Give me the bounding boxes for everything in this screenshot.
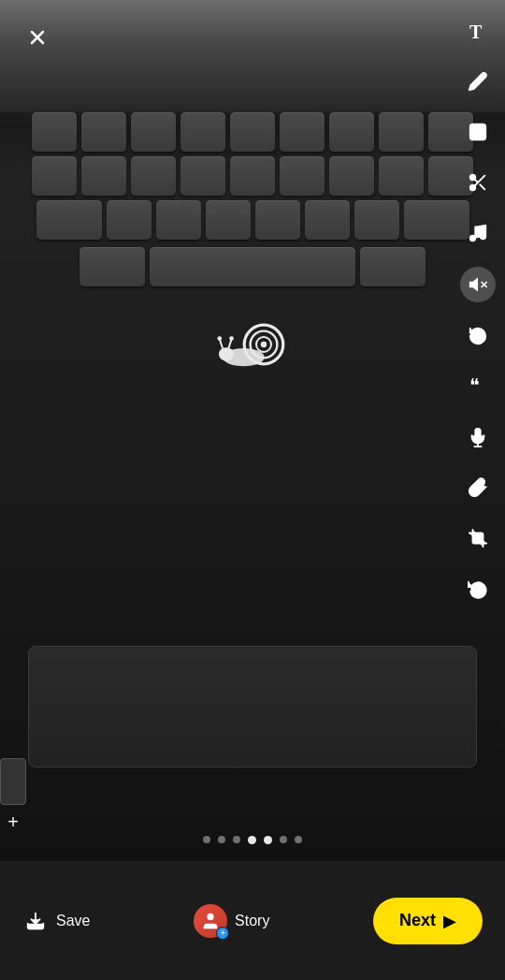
next-label: Next	[399, 911, 436, 930]
save-label: Save	[56, 913, 90, 929]
trackpad	[28, 646, 477, 768]
key	[206, 200, 251, 240]
svg-text:❝: ❝	[469, 376, 480, 396]
mute-tool-button[interactable]	[460, 267, 496, 302]
svg-point-8	[217, 336, 222, 341]
svg-point-9	[229, 336, 234, 341]
close-button[interactable]	[19, 19, 56, 56]
key	[180, 156, 225, 196]
music-tool-button[interactable]	[461, 216, 495, 250]
rewind-tool-button[interactable]	[461, 572, 495, 606]
key	[107, 200, 152, 240]
media-thumbnail[interactable]	[0, 758, 26, 805]
key	[81, 156, 126, 196]
photo-area	[0, 0, 505, 861]
save-button[interactable]: Save	[22, 908, 90, 934]
key	[354, 200, 399, 240]
dot-7	[295, 836, 302, 843]
snail-sticker[interactable]	[215, 318, 290, 388]
key	[156, 200, 201, 240]
svg-point-18	[481, 234, 486, 240]
page-dots	[203, 836, 302, 844]
ai-filter-button[interactable]	[461, 319, 495, 353]
key	[131, 112, 176, 152]
scissors-tool-button[interactable]	[461, 166, 495, 199]
svg-text:T: T	[469, 22, 483, 42]
svg-point-5	[219, 347, 234, 360]
dot-2	[218, 836, 225, 843]
dot-1	[203, 836, 210, 843]
top-gradient	[0, 0, 505, 112]
microphone-button[interactable]	[461, 420, 495, 454]
key	[32, 112, 77, 152]
key	[305, 200, 350, 240]
key	[180, 112, 225, 152]
crop-tool-button[interactable]	[461, 521, 495, 555]
key	[79, 247, 145, 286]
save-icon	[22, 908, 49, 934]
key	[379, 112, 424, 152]
key	[379, 156, 424, 196]
key	[150, 247, 355, 286]
key	[131, 156, 176, 196]
sticker-tool-button[interactable]	[461, 115, 495, 149]
link-tool-button[interactable]	[461, 471, 495, 505]
key	[329, 112, 374, 152]
key	[360, 247, 426, 286]
svg-line-16	[474, 179, 478, 183]
add-story-icon: +	[216, 927, 229, 940]
svg-rect-11	[470, 124, 486, 140]
bottom-action-bar: Save + Story Next ▶	[0, 861, 505, 980]
pencil-tool-button[interactable]	[461, 65, 495, 98]
quote-tool-button[interactable]: ❝	[461, 370, 495, 403]
key	[404, 200, 469, 240]
text-tool-button[interactable]: T	[461, 14, 495, 48]
next-arrow-icon: ▶	[443, 911, 456, 931]
key	[81, 112, 126, 152]
key	[280, 112, 325, 152]
avatar: +	[194, 904, 227, 938]
key	[280, 156, 325, 196]
story-label: Story	[235, 913, 269, 929]
svg-point-3	[261, 342, 267, 347]
key	[230, 112, 275, 152]
dot-5	[264, 836, 272, 844]
svg-point-27	[207, 913, 213, 919]
svg-point-17	[470, 236, 476, 241]
media-strip: +	[0, 758, 26, 835]
key	[230, 156, 275, 196]
dot-6	[280, 836, 287, 843]
key	[255, 200, 300, 240]
key	[32, 156, 77, 196]
next-button[interactable]: Next ▶	[373, 898, 483, 944]
svg-marker-19	[470, 279, 478, 290]
add-media-button[interactable]: +	[0, 809, 26, 835]
key	[329, 156, 374, 196]
dot-3	[233, 836, 240, 843]
svg-line-15	[480, 184, 484, 189]
right-toolbar: T	[460, 14, 496, 606]
story-button[interactable]: + Story	[194, 904, 269, 938]
key	[36, 200, 102, 240]
dot-4	[248, 836, 256, 844]
